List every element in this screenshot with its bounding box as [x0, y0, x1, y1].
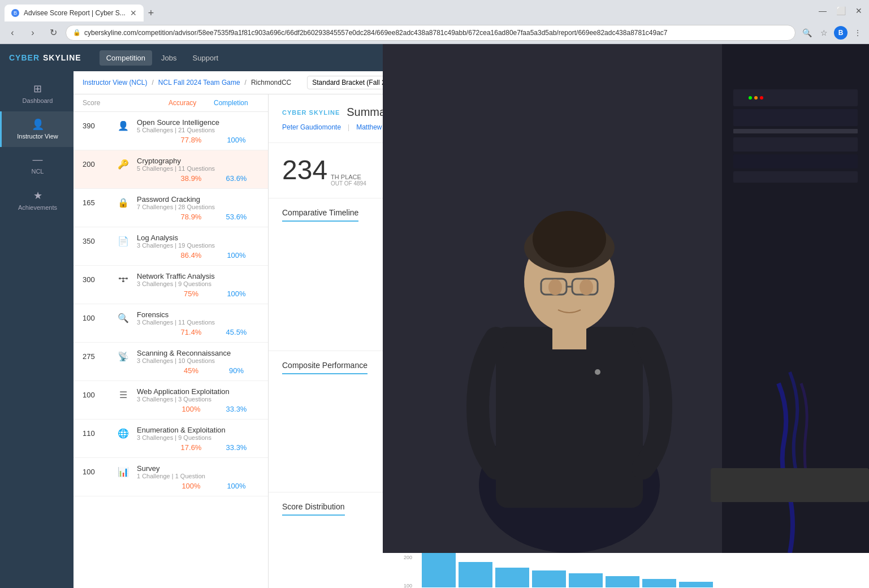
printable-version-button[interactable]: Printable Version — [796, 76, 860, 89]
svg-point-67 — [547, 433, 556, 442]
sidebar-item-instructor-view[interactable]: 👤 Instructor View — [0, 111, 74, 147]
score-header: Score — [83, 99, 111, 107]
place-stat: 234 TH PLACE OUT OF 4894 — [282, 154, 366, 187]
webapp-metrics: 100% 33.3% — [83, 405, 259, 413]
webapp-completion: 33.3% — [214, 405, 259, 413]
osint-completion: 100% — [214, 136, 259, 144]
info-icon[interactable]: ℹ — [770, 53, 773, 63]
svg-text:2000: 2000 — [404, 422, 415, 427]
comparative-timeline-section: Comparative Timeline 2500 2000 1500 1000… — [269, 198, 869, 351]
url-text: cyberskyline.com/competition/advisor/58e… — [84, 29, 788, 37]
points-number: 2090 — [389, 154, 449, 185]
member-1[interactable]: Peter Gaudiomonte — [282, 123, 341, 131]
svg-point-39 — [675, 334, 678, 338]
svg-rect-94 — [459, 562, 492, 587]
osint-icon: 👤 — [115, 118, 131, 133]
enum-info: 🌐 Enumeration & Exploitation 3 Challenge… — [115, 425, 259, 441]
categories-header: Score Accuracy Completion — [74, 94, 268, 112]
reload-button[interactable]: ↻ — [45, 25, 61, 41]
osint-name: Open Source Intelligence — [137, 118, 259, 127]
svg-point-34 — [675, 297, 678, 301]
nav-support[interactable]: Support — [186, 50, 226, 66]
svg-point-56 — [439, 466, 444, 472]
category-item-scanning[interactable]: 275 📡 Scanning & Reconnaissance 3 Challe… — [74, 343, 268, 381]
network-info: Network Traffic Analysis 3 Challenges | … — [115, 271, 259, 287]
new-tab-button[interactable]: + — [144, 5, 159, 21]
menu-icon[interactable]: ⋮ — [851, 26, 864, 40]
back-button[interactable]: ‹ — [5, 25, 20, 41]
nav-jobs[interactable]: Jobs — [154, 50, 183, 66]
svg-point-80 — [690, 384, 708, 403]
password-metrics: 78.9% 53.6% — [83, 213, 259, 221]
member-2[interactable]: Matthew Jacobs — [356, 123, 405, 131]
webapp-name: Web Application Exploitation — [137, 387, 259, 396]
scatter-chart: 3000 2000 1000 0 Points — [282, 381, 855, 483]
sidebar-item-ncl[interactable]: — NCL — [0, 147, 74, 182]
place-sub: OUT OF 4894 — [331, 180, 366, 187]
svg-text:0: 0 — [404, 473, 407, 478]
svg-point-61 — [481, 455, 487, 460]
active-tab[interactable]: B Advisee Score Report | Cyber S... ✕ — [5, 5, 144, 21]
svg-point-30 — [737, 244, 740, 247]
category-item-survey[interactable]: 100 📊 Survey 1 Challenge | 1 Question — [74, 458, 268, 496]
osint-score: 390 — [83, 122, 111, 130]
maximize-button[interactable]: ⬜ — [835, 5, 846, 16]
breadcrumb-instructor-view[interactable]: Instructor View (NCL) — [83, 79, 147, 87]
enum-sub: 3 Challenges | 9 Questions — [137, 434, 259, 441]
close-window-button[interactable]: ✕ — [853, 5, 864, 16]
points-labels: POINTS OUT OF 3100 — [453, 174, 488, 187]
address-bar[interactable]: 🔒 cyberskyline.com/competition/advisor/5… — [66, 25, 795, 41]
instructor-icon: 👤 — [32, 118, 44, 131]
accuracy-header: Accuracy — [168, 99, 214, 107]
report-title-row: CYBER SKYLINE Summary Report NCL Fall 20… — [282, 106, 855, 119]
points-sup: POINTS — [453, 174, 488, 180]
notification-icon[interactable]: 🔔 — [780, 53, 792, 63]
webapp-icon: ☰ — [115, 387, 131, 403]
nav-competition[interactable]: Competition — [100, 50, 152, 66]
user-name[interactable]: Brian Goodman — [798, 54, 850, 62]
breadcrumb-ncl-fall[interactable]: NCL Fall 2024 Team Game — [158, 79, 240, 87]
crypto-icon: 🔑 — [115, 156, 131, 172]
log-metrics: 86.4% 100% — [83, 251, 259, 260]
category-item-webapp[interactable]: 100 ☰ Web Application Exploitation 3 Cha… — [74, 381, 268, 420]
svg-point-36 — [417, 336, 421, 339]
webapp-accuracy: 100% — [168, 405, 214, 413]
sidebar-item-achievements[interactable]: ★ Achievements — [0, 183, 74, 218]
place-number: 234 — [282, 154, 327, 185]
osint-accuracy: 77.8% — [168, 136, 214, 144]
survey-score: 100 — [83, 468, 111, 476]
category-item-password[interactable]: 165 🔒 Password Cracking 7 Challenges | 2… — [74, 189, 268, 227]
svg-rect-1 — [122, 278, 124, 279]
sidebar-item-dashboard[interactable]: ⊞ Dashboard — [0, 76, 74, 111]
svg-text:500: 500 — [405, 317, 413, 323]
category-item-crypto[interactable]: 200 🔑 Cryptography 5 Challenges | 11 Que… — [74, 150, 268, 189]
member-5[interactable]: Sho... — [540, 123, 557, 131]
search-icon[interactable]: 🔍 — [800, 26, 814, 40]
forensics-icon: 🔍 — [115, 310, 131, 326]
member-3[interactable]: Deidra Torres — [421, 123, 461, 131]
network-score: 300 — [83, 275, 111, 284]
profile-button[interactable]: B — [834, 26, 848, 40]
category-item-osint[interactable]: 390 👤 Open Source Intelligence 5 Challen… — [74, 112, 268, 150]
dashboard-icon: ⊞ — [33, 83, 42, 95]
password-info: 🔒 Password Cracking 7 Challenges | 28 Qu… — [115, 194, 259, 210]
forward-button[interactable]: › — [25, 25, 41, 41]
categories-panel: Score Accuracy Completion 390 👤 Ope — [74, 94, 269, 588]
network-icon — [115, 271, 131, 287]
svg-text:1000: 1000 — [404, 456, 415, 461]
member-4[interactable]: Thomas Barbee — [477, 123, 525, 131]
category-item-enum[interactable]: 110 🌐 Enumeration & Exploitation 3 Chall… — [74, 420, 268, 458]
tab-close-button[interactable]: ✕ — [130, 8, 137, 18]
user-dropdown-icon[interactable]: ▾ — [857, 54, 860, 62]
bookmark-icon[interactable]: ☆ — [817, 26, 831, 40]
report-content: CYBER SKYLINE Summary Report NCL Fall 20… — [269, 94, 869, 588]
log-info: 📄 Log Analysis 3 Challenges | 19 Questio… — [115, 233, 259, 249]
report-subtitle: NCL Fall 2024 Team... — [439, 107, 528, 118]
category-item-forensics[interactable]: 100 🔍 Forensics 3 Challenges | 11 Questi… — [74, 304, 268, 343]
minimize-button[interactable]: — — [817, 5, 828, 16]
bracket-selector[interactable]: Standard Bracket (Fall 2024 Team) ▾ — [307, 76, 429, 89]
category-item-log[interactable]: 350 📄 Log Analysis 3 Challenges | 19 Que… — [74, 227, 268, 266]
category-item-network[interactable]: 300 — [74, 266, 268, 304]
app-header: CYBER SKYLINE Competition Jobs Support ℹ… — [0, 44, 869, 71]
svg-point-64 — [515, 444, 521, 451]
